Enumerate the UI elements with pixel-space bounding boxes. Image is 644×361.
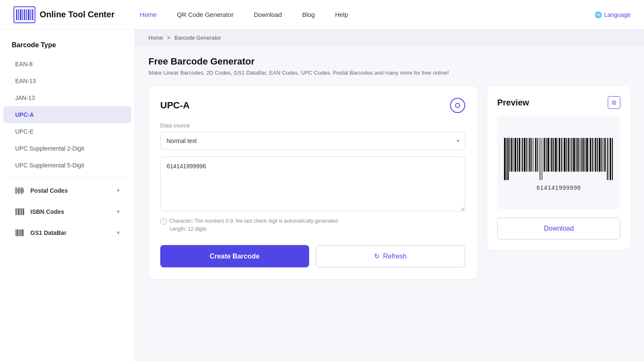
svg-rect-87 [610,138,611,180]
svg-rect-62 [564,138,566,172]
svg-rect-1 [16,9,17,20]
svg-rect-47 [537,138,538,172]
svg-rect-36 [517,138,518,172]
sidebar-item-ean8[interactable]: EAN-8 [3,56,131,73]
sidebar-section-isbn[interactable]: ISBN Codes ▾ [3,202,131,221]
postal-section-left: Postal Codes [15,186,68,195]
svg-rect-53 [547,138,549,172]
sidebar-section-gs1[interactable]: GS1 DataBar ▾ [3,223,131,242]
language-button[interactable]: 🌐 Language [595,11,631,18]
svg-rect-55 [551,138,552,172]
hint-line2: Length: 12 digits [170,226,207,232]
svg-rect-69 [577,138,579,172]
svg-rect-88 [612,138,613,180]
svg-rect-70 [579,138,580,172]
svg-rect-41 [526,138,527,172]
svg-rect-32 [509,138,510,172]
svg-rect-66 [571,138,572,172]
svg-rect-28 [22,229,24,236]
svg-rect-42 [528,138,528,172]
postal-chevron-icon: ▾ [117,188,119,194]
postal-icon [15,186,24,195]
svg-rect-37 [519,138,520,172]
globe-icon: 🌐 [595,11,602,18]
svg-rect-59 [559,138,560,172]
svg-rect-76 [590,138,591,172]
preview-title: Preview [497,98,529,108]
hint-icon: i [160,218,167,225]
copy-icon-button[interactable]: ⧉ [608,96,620,109]
svg-rect-56 [553,138,554,172]
nav-home[interactable]: Home [140,11,156,18]
nav-download[interactable]: Download [254,11,282,18]
svg-rect-22 [23,208,24,215]
svg-rect-43 [529,138,531,172]
svg-rect-9 [32,9,33,20]
svg-rect-60 [561,138,562,172]
isbn-chevron-icon: ▾ [117,209,119,215]
svg-rect-68 [576,138,577,172]
svg-rect-63 [566,138,567,172]
create-barcode-button[interactable]: Create Barcode [160,245,309,267]
svg-rect-12 [19,187,19,194]
sidebar-item-ean13[interactable]: EAN-13 [3,73,131,89]
barcode-preview-area: 614141999996 [497,116,620,209]
info-icon-button[interactable] [450,98,465,113]
refresh-button[interactable]: ↻ Refresh [316,245,466,267]
svg-rect-8 [30,9,31,20]
breadcrumb: Home > Barcode Generator [135,30,644,46]
preview-title-row: Preview ⧉ [497,96,620,109]
svg-rect-52 [546,138,547,172]
svg-rect-23 [16,229,16,236]
svg-rect-15 [23,189,24,193]
gs1-label: GS1 DataBar [30,229,67,236]
barcode-data-input[interactable]: 614141999996 [160,156,465,211]
svg-rect-84 [604,138,606,172]
svg-rect-71 [581,138,582,172]
sidebar-title: Barcode Type [0,41,135,56]
refresh-icon: ↻ [374,252,380,260]
svg-rect-11 [17,189,18,193]
gs1-section-left: GS1 DataBar [15,228,67,237]
sidebar-item-upce[interactable]: UPC-E [3,123,131,140]
svg-rect-75 [589,138,589,172]
hint-text: i Character: The numbers 0-9, the last c… [160,217,465,233]
svg-rect-80 [597,138,598,172]
download-button[interactable]: Download [497,218,620,240]
data-source-select[interactable]: Normal text [160,132,465,150]
svg-rect-27 [21,229,22,236]
barcode-image [504,138,614,180]
svg-rect-44 [531,138,532,172]
svg-rect-83 [603,138,604,172]
svg-rect-46 [535,138,536,172]
svg-rect-74 [586,138,588,172]
svg-rect-67 [573,138,575,172]
nav-blog[interactable]: Blog [302,11,315,18]
generator-card: UPC-A Data source Normal text ▾ 61414199… [148,86,477,279]
hint-line1: Character: The numbers 0-9, the last che… [170,218,338,224]
nav-help[interactable]: Help [335,11,348,18]
breadcrumb-separator: > [167,35,170,41]
logo[interactable]: Online Tool Center [13,6,114,23]
breadcrumb-current: Barcode Generator [175,35,221,41]
sidebar-section-postal[interactable]: Postal Codes ▾ [3,181,131,200]
sidebar-item-jan13[interactable]: JAN-13 [3,89,131,106]
svg-rect-35 [515,138,516,172]
breadcrumb-home[interactable]: Home [148,35,163,41]
nav-qr[interactable]: QR Code Generator [177,11,233,18]
svg-rect-10 [16,187,16,194]
generator-area: UPC-A Data source Normal text ▾ 61414199… [148,86,631,279]
data-source-label: Data source [160,122,465,129]
sidebar-item-upc2[interactable]: UPC Supplemental 2-Digit [3,140,131,157]
isbn-section-left: ISBN Codes [15,207,64,216]
svg-rect-25 [19,229,19,236]
svg-rect-4 [22,9,23,20]
svg-rect-58 [558,138,558,172]
sidebar-item-upca[interactable]: UPC-A [3,106,131,123]
action-button-row: Create Barcode ↻ Refresh [160,245,465,267]
svg-rect-77 [592,138,593,172]
svg-rect-18 [18,208,19,215]
isbn-label: ISBN Codes [30,208,64,215]
gs1-chevron-icon: ▾ [117,230,119,236]
sidebar-item-upc5[interactable]: UPC Supplemental 5-Digit [3,157,131,174]
